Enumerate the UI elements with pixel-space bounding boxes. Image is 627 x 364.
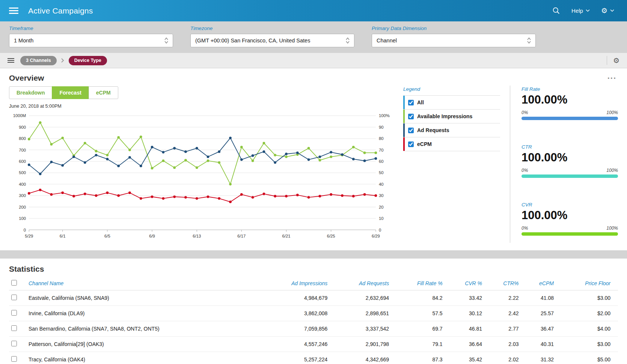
data-point[interactable] bbox=[374, 152, 377, 154]
data-point[interactable] bbox=[128, 156, 131, 159]
dimension-select[interactable]: Channel bbox=[372, 34, 536, 47]
data-point[interactable] bbox=[285, 153, 288, 155]
data-point[interactable] bbox=[84, 142, 86, 144]
menu-icon[interactable] bbox=[9, 8, 18, 14]
settings-dropdown[interactable]: ⚙ bbox=[597, 5, 618, 17]
data-point[interactable] bbox=[140, 165, 142, 167]
timeframe-select[interactable]: 1 Month bbox=[9, 34, 173, 47]
data-point[interactable] bbox=[274, 161, 276, 164]
data-point[interactable] bbox=[106, 158, 109, 161]
data-point[interactable] bbox=[106, 154, 109, 156]
data-point[interactable] bbox=[207, 159, 210, 162]
col-header-channel-name[interactable]: Channel Name bbox=[26, 277, 259, 290]
data-point[interactable] bbox=[61, 191, 64, 194]
data-point[interactable] bbox=[285, 155, 288, 158]
data-point[interactable] bbox=[218, 150, 220, 153]
row-checkbox[interactable] bbox=[11, 310, 17, 316]
data-point[interactable] bbox=[128, 191, 131, 194]
data-point[interactable] bbox=[84, 193, 86, 195]
data-point[interactable] bbox=[330, 155, 332, 158]
trend-chart[interactable]: 0010010200203003040040500506006070070800… bbox=[9, 110, 393, 243]
data-point[interactable] bbox=[151, 167, 154, 170]
data-point[interactable] bbox=[196, 166, 198, 169]
list-view-button[interactable] bbox=[6, 56, 16, 65]
data-point[interactable] bbox=[207, 155, 210, 158]
data-point[interactable] bbox=[307, 158, 310, 161]
data-point[interactable] bbox=[296, 152, 299, 154]
data-point[interactable] bbox=[184, 159, 187, 162]
data-point[interactable] bbox=[140, 197, 142, 200]
data-point[interactable] bbox=[240, 193, 243, 196]
data-point[interactable] bbox=[50, 143, 53, 146]
data-point[interactable] bbox=[274, 154, 276, 156]
data-point[interactable] bbox=[263, 150, 265, 153]
data-point[interactable] bbox=[184, 196, 187, 199]
breadcrumb-settings-button[interactable]: ⚙ bbox=[612, 56, 621, 66]
series-ad-requests[interactable] bbox=[28, 137, 377, 175]
data-point[interactable] bbox=[162, 151, 164, 153]
data-point[interactable] bbox=[363, 159, 366, 162]
data-point[interactable] bbox=[319, 155, 321, 158]
data-point[interactable] bbox=[218, 197, 220, 200]
data-point[interactable] bbox=[151, 196, 154, 198]
data-point[interactable] bbox=[173, 147, 176, 150]
data-point[interactable] bbox=[229, 183, 232, 185]
data-point[interactable] bbox=[28, 164, 30, 166]
row-checkbox[interactable] bbox=[11, 356, 17, 362]
data-point[interactable] bbox=[252, 159, 254, 162]
data-point[interactable] bbox=[95, 150, 98, 152]
data-point[interactable] bbox=[240, 146, 243, 149]
data-point[interactable] bbox=[72, 195, 75, 197]
row-checkbox[interactable] bbox=[11, 325, 17, 331]
col-header-ad-impressions[interactable]: Ad Impressions bbox=[259, 277, 331, 290]
data-point[interactable] bbox=[229, 201, 232, 203]
data-point[interactable] bbox=[252, 196, 254, 199]
col-header-ctr[interactable]: CTR% bbox=[485, 277, 521, 290]
row-checkbox[interactable] bbox=[11, 341, 17, 346]
data-point[interactable] bbox=[296, 194, 299, 196]
data-point[interactable] bbox=[117, 194, 120, 197]
tab-ecpm[interactable]: eCPM bbox=[89, 86, 118, 99]
legend-item-ad-requests[interactable]: Ad Requests bbox=[403, 123, 500, 137]
data-point[interactable] bbox=[218, 161, 220, 164]
data-point[interactable] bbox=[263, 142, 265, 144]
data-point[interactable] bbox=[319, 159, 321, 162]
data-point[interactable] bbox=[263, 193, 265, 195]
data-point[interactable] bbox=[162, 197, 164, 200]
ellipsis-icon[interactable]: ... bbox=[606, 75, 618, 81]
data-point[interactable] bbox=[207, 196, 210, 198]
tab-breakdown[interactable]: Breakdown bbox=[9, 86, 52, 99]
data-point[interactable] bbox=[61, 137, 64, 139]
data-point[interactable] bbox=[240, 158, 243, 161]
col-header-ecpm[interactable]: eCPM bbox=[522, 277, 557, 290]
data-point[interactable] bbox=[184, 150, 187, 153]
breadcrumb-channels-pill[interactable]: 3 Channels bbox=[20, 56, 57, 65]
col-header-ad-requests[interactable]: Ad Requests bbox=[330, 277, 392, 290]
legend-item-all[interactable]: All bbox=[403, 96, 500, 110]
data-point[interactable] bbox=[140, 135, 142, 138]
data-point[interactable] bbox=[307, 196, 310, 199]
data-point[interactable] bbox=[341, 194, 344, 197]
data-point[interactable] bbox=[341, 153, 344, 156]
help-dropdown[interactable]: Help bbox=[568, 5, 594, 16]
data-point[interactable] bbox=[319, 195, 321, 197]
search-button[interactable] bbox=[549, 5, 564, 17]
select-all-checkbox[interactable] bbox=[11, 280, 17, 286]
data-point[interactable] bbox=[151, 146, 154, 149]
data-point[interactable] bbox=[61, 164, 64, 167]
legend-item-ecpm[interactable]: eCPM bbox=[403, 137, 500, 151]
legend-checkbox[interactable] bbox=[408, 100, 414, 105]
data-point[interactable] bbox=[252, 154, 254, 157]
data-point[interactable] bbox=[95, 194, 98, 197]
data-point[interactable] bbox=[274, 195, 276, 197]
data-point[interactable] bbox=[352, 195, 355, 197]
data-point[interactable] bbox=[229, 137, 232, 139]
data-point[interactable] bbox=[352, 146, 355, 149]
data-point[interactable] bbox=[28, 138, 30, 140]
data-point[interactable] bbox=[374, 194, 377, 197]
data-point[interactable] bbox=[84, 161, 86, 164]
timezone-select[interactable]: (GMT +00:00) San Francisco, CA, United S… bbox=[190, 34, 354, 47]
legend-checkbox[interactable] bbox=[408, 141, 414, 147]
data-point[interactable] bbox=[28, 192, 30, 195]
data-point[interactable] bbox=[196, 147, 198, 150]
